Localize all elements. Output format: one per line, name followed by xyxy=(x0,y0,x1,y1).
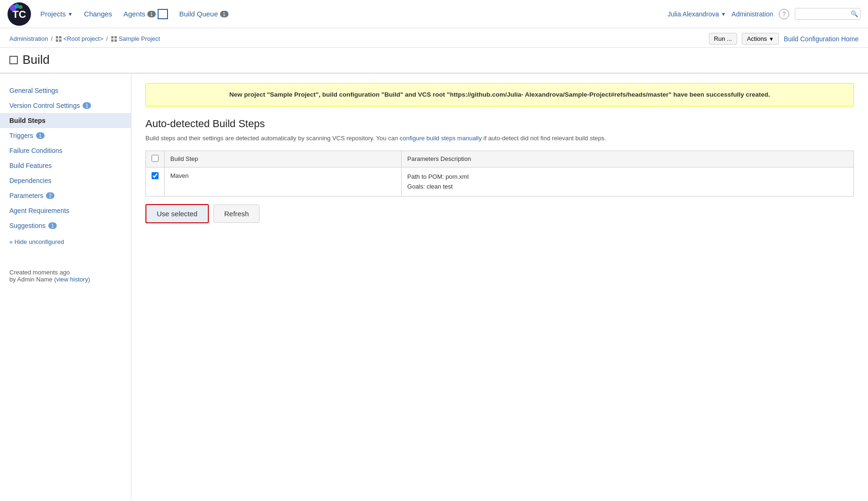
build-queue-label: Build Queue xyxy=(179,10,218,18)
svg-rect-12 xyxy=(114,39,117,42)
refresh-button[interactable]: Refresh xyxy=(213,205,260,223)
changes-nav-link[interactable]: Changes xyxy=(84,10,112,18)
search-input[interactable] xyxy=(799,10,851,17)
projects-label: Projects xyxy=(40,10,66,18)
configure-manually-link[interactable]: configure build steps manually xyxy=(400,135,482,142)
search-icon: 🔍 xyxy=(851,10,858,17)
triggers-badge: 1 xyxy=(36,132,45,139)
actions-chevron-icon: ▼ xyxy=(769,36,774,42)
build-config-home-link[interactable]: Build Configuration Home xyxy=(784,35,859,43)
sidebar-item-triggers[interactable]: Triggers 1 xyxy=(0,128,131,143)
breadcrumb-sep-1: / xyxy=(51,35,53,42)
administration-label: Administration xyxy=(731,10,773,18)
breadcrumb-admin[interactable]: Administration xyxy=(9,35,48,42)
sidebar-item-dependencies[interactable]: Dependencies xyxy=(0,173,131,188)
sidebar-item-label: Dependencies xyxy=(9,177,52,184)
agents-nav-link[interactable]: Agents 1 xyxy=(123,9,168,19)
run-button[interactable]: Run ... xyxy=(709,33,737,45)
row-checkbox-cell xyxy=(146,167,165,197)
svg-rect-5 xyxy=(56,36,58,38)
sidebar-item-label: General Settings xyxy=(9,87,58,94)
created-by-label: by Admin Name xyxy=(9,276,53,283)
root-project-icon xyxy=(55,36,62,42)
use-selected-button[interactable]: Use selected xyxy=(145,204,209,223)
section-desc-prefix: Build steps and their settings are detec… xyxy=(145,135,398,142)
actions-button[interactable]: Actions ▼ xyxy=(742,33,779,45)
user-chevron-icon: ▼ xyxy=(721,11,726,17)
sidebar-footer-line2: by Admin Name (view history) xyxy=(9,276,122,283)
table-row: Maven Path to POM: pom.xmlGoals: clean t… xyxy=(146,167,854,197)
svg-rect-6 xyxy=(59,36,61,38)
actions-label: Actions xyxy=(747,35,767,42)
section-desc-suffix: if auto-detect did not find relevant bui… xyxy=(483,135,606,142)
action-buttons: Use selected Refresh xyxy=(145,204,854,223)
breadcrumb: Administration / <Root project> / Sample… xyxy=(9,35,160,42)
section-title: Auto-detected Build Steps xyxy=(145,118,854,130)
sidebar-footer: Created moments ago by Admin Name (view … xyxy=(0,259,131,292)
projects-nav-link[interactable]: Projects ▼ xyxy=(40,10,73,18)
svg-rect-10 xyxy=(114,36,117,38)
agents-label: Agents xyxy=(123,10,145,18)
sidebar-footer-line1: Created moments ago xyxy=(9,269,122,276)
svg-rect-7 xyxy=(56,39,58,42)
build-queue-badge: 1 xyxy=(220,11,228,17)
sidebar: General Settings Version Control Setting… xyxy=(0,74,131,500)
table-header-params: Parameters Description xyxy=(402,151,854,167)
page-title-bar: Build xyxy=(0,48,868,74)
row-checkbox[interactable] xyxy=(152,172,159,179)
notice-text: New project "Sample Project", build conf… xyxy=(229,91,770,98)
agents-icon-button[interactable] xyxy=(158,9,168,19)
breadcrumb-root-project[interactable]: <Root project> xyxy=(63,35,103,42)
search-box: 🔍 xyxy=(795,8,860,20)
notice-banner: New project "Sample Project", build conf… xyxy=(145,83,854,106)
sidebar-item-agent-requirements[interactable]: Agent Requirements xyxy=(0,203,131,218)
sidebar-item-label: Build Steps xyxy=(9,117,46,124)
projects-chevron-icon: ▼ xyxy=(68,11,73,17)
sidebar-item-label: Agent Requirements xyxy=(9,207,69,214)
sidebar-item-label: Failure Conditions xyxy=(9,147,62,154)
sidebar-item-failure-conditions[interactable]: Failure Conditions xyxy=(0,143,131,158)
section-description: Build steps and their settings are detec… xyxy=(145,134,854,143)
main-content: New project "Sample Project", build conf… xyxy=(131,74,868,500)
breadcrumb-actions: Run ... Actions ▼ Build Configuration Ho… xyxy=(709,33,859,45)
changes-label: Changes xyxy=(84,10,112,18)
sidebar-item-parameters[interactable]: Parameters 2 xyxy=(0,188,131,203)
table-header-checkbox-col xyxy=(146,151,165,167)
select-all-checkbox[interactable] xyxy=(152,155,159,162)
svg-rect-9 xyxy=(111,36,114,38)
sidebar-item-version-control-settings[interactable]: Version Control Settings 1 xyxy=(0,98,131,113)
main-layout: General Settings Version Control Setting… xyxy=(0,74,868,500)
page-title: Build xyxy=(23,53,50,67)
svg-point-3 xyxy=(15,4,19,8)
sidebar-item-build-features[interactable]: Build Features xyxy=(0,158,131,173)
row-params: Path to POM: pom.xmlGoals: clean test xyxy=(402,167,854,197)
row-build-step-name: Maven xyxy=(165,167,402,197)
administration-link[interactable]: Administration xyxy=(731,10,773,18)
svg-rect-8 xyxy=(59,39,61,42)
nav-links: Projects ▼ Changes Agents 1 Build Queue … xyxy=(40,9,668,19)
suggestions-badge: 1 xyxy=(48,222,57,229)
nav-right: Julia Alexandrova ▼ Administration ? 🔍 xyxy=(668,8,860,20)
sidebar-item-label: Triggers xyxy=(9,132,33,139)
breadcrumb-sample-project[interactable]: Sample Project xyxy=(119,35,160,42)
sidebar-item-label: Build Features xyxy=(9,162,52,169)
logo[interactable]: TC xyxy=(8,2,31,26)
table-header-build-step: Build Step xyxy=(165,151,402,167)
breadcrumb-sep-2: / xyxy=(106,35,108,42)
sidebar-item-build-steps[interactable]: Build Steps xyxy=(0,113,131,128)
sidebar-item-label: Suggestions xyxy=(9,222,46,229)
sample-project-icon xyxy=(111,36,117,42)
page-title-checkbox[interactable] xyxy=(9,56,18,64)
hide-unconfigured-link[interactable]: « Hide unconfigured xyxy=(0,235,73,248)
help-icon[interactable]: ? xyxy=(779,9,789,19)
parameters-badge: 2 xyxy=(46,192,54,199)
svg-point-4 xyxy=(19,5,23,9)
view-history-link[interactable]: (view history) xyxy=(54,276,90,283)
build-queue-nav-link[interactable]: Build Queue 1 xyxy=(179,10,228,18)
build-steps-table: Build Step Parameters Description Maven … xyxy=(145,151,854,197)
run-label: Run xyxy=(714,35,725,42)
sidebar-item-suggestions[interactable]: Suggestions 1 xyxy=(0,218,131,233)
sidebar-item-general-settings[interactable]: General Settings xyxy=(0,83,131,98)
user-menu[interactable]: Julia Alexandrova ▼ xyxy=(668,10,726,18)
version-control-badge: 1 xyxy=(83,102,91,109)
